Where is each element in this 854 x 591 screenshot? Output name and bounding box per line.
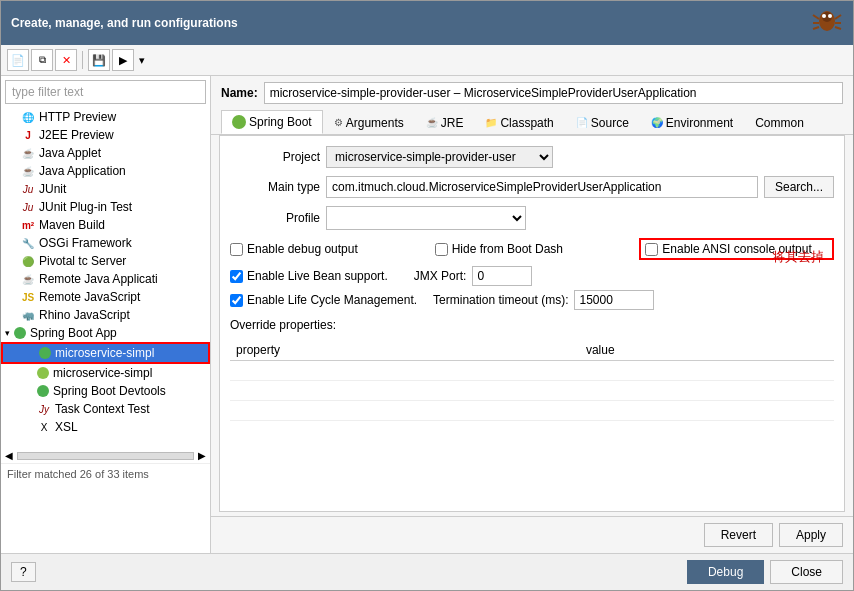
tree-item-j2ee[interactable]: J J2EE Preview xyxy=(1,126,210,144)
tab-source[interactable]: 📄 Source xyxy=(565,110,640,134)
spring-selected-icon xyxy=(39,347,51,359)
termination-input[interactable] xyxy=(574,290,654,310)
tab-arguments-label: Arguments xyxy=(346,116,404,130)
override-props-section: Override properties: property value xyxy=(230,318,834,421)
tree-item-junit-plugin[interactable]: Ju JUnit Plug-in Test xyxy=(1,198,210,216)
value-cell xyxy=(580,401,834,421)
tab-classpath[interactable]: 📁 Classpath xyxy=(474,110,564,134)
tree-item-rhino[interactable]: 🦏 Rhino JavaScript xyxy=(1,306,210,324)
tab-common-label: Common xyxy=(755,116,804,130)
value-cell xyxy=(580,381,834,401)
java-app-icon: ☕ xyxy=(21,164,35,178)
property-col-header: property xyxy=(230,340,580,361)
tree-item-xsl[interactable]: X XSL xyxy=(1,418,210,436)
tree-item-task-context[interactable]: Jy Task Context Test xyxy=(1,400,210,418)
footer-bar: ? Debug Close xyxy=(1,553,853,590)
tab-source-label: Source xyxy=(591,116,629,130)
source-icon: 📄 xyxy=(576,117,588,128)
remote-js-icon: JS xyxy=(21,290,35,304)
tab-environment[interactable]: 🌍 Environment xyxy=(640,110,744,134)
revert-button[interactable]: Revert xyxy=(704,523,773,547)
java-applet-icon: ☕ xyxy=(21,146,35,160)
tab-jre-label: JRE xyxy=(441,116,464,130)
tree-item-junit[interactable]: Ju JUnit xyxy=(1,180,210,198)
jmx-port-field: JMX Port: xyxy=(414,266,533,286)
duplicate-button[interactable]: ⧉ xyxy=(31,49,53,71)
close-button[interactable]: Close xyxy=(770,560,843,584)
override-props-label: Override properties: xyxy=(230,318,336,332)
expand-icon: ▾ xyxy=(5,328,10,338)
checkbox-group-1: Enable debug output Hide from Boot Dash … xyxy=(230,238,834,260)
project-dropdown[interactable]: microservice-simple-provider-user xyxy=(326,146,553,168)
jmx-port-label: JMX Port: xyxy=(414,269,467,283)
svg-line-2 xyxy=(813,15,819,19)
hide-boot-dash-text: Hide from Boot Dash xyxy=(452,242,563,256)
tree-item-pivotal[interactable]: 🟢 Pivotal tc Server xyxy=(1,252,210,270)
help-button[interactable]: ? xyxy=(11,562,36,582)
save-button[interactable]: 💾 xyxy=(88,49,110,71)
tree-item-spring-devtools[interactable]: Spring Boot Devtools xyxy=(1,382,210,400)
tree-item-remote-js[interactable]: JS Remote JavaScript xyxy=(1,288,210,306)
config-body: Project microservice-simple-provider-use… xyxy=(219,135,845,512)
apply-button[interactable]: Apply xyxy=(779,523,843,547)
bug-icon xyxy=(811,7,843,39)
termination-field: Termination timeout (ms): xyxy=(433,290,654,310)
env-icon: 🌍 xyxy=(651,117,663,128)
property-cell xyxy=(230,381,580,401)
filter-count: Filter matched 26 of 33 items xyxy=(1,463,210,484)
classpath-icon: 📁 xyxy=(485,117,497,128)
bottom-bar: Revert Apply xyxy=(211,516,853,553)
name-input[interactable] xyxy=(264,82,843,104)
tab-arguments[interactable]: ⚙ Arguments xyxy=(323,110,415,134)
tab-spring-boot[interactable]: Spring Boot xyxy=(221,110,323,134)
tree-item-java-application[interactable]: ☕ Java Application xyxy=(1,162,210,180)
tab-spring-label: Spring Boot xyxy=(249,115,312,129)
tree-item-microservice-selected[interactable]: microservice-simpl xyxy=(1,342,210,364)
xsl-icon: X xyxy=(37,420,51,434)
tree-item-maven[interactable]: m² Maven Build xyxy=(1,216,210,234)
enable-lifecycle-checkbox[interactable] xyxy=(230,294,243,307)
hide-boot-dash-label: Hide from Boot Dash xyxy=(435,238,630,260)
filter-input[interactable] xyxy=(5,80,206,104)
svg-point-8 xyxy=(822,14,826,18)
tree-item-http-preview[interactable]: 🌐 HTTP Preview xyxy=(1,108,210,126)
forward-button[interactable]: ▶ xyxy=(112,49,134,71)
annotation-text: 将其去掉 xyxy=(772,248,824,266)
osgi-icon: 🔧 xyxy=(21,236,35,250)
junit-plugin-icon: Ju xyxy=(21,200,35,214)
args-icon: ⚙ xyxy=(334,117,343,128)
profile-dropdown[interactable] xyxy=(326,206,526,230)
tab-jre[interactable]: ☕ JRE xyxy=(415,110,475,134)
lifecycle-label: Enable Life Cycle Management. xyxy=(230,293,417,307)
debug-button[interactable]: Debug xyxy=(687,560,764,584)
hide-boot-dash-checkbox[interactable] xyxy=(435,243,448,256)
devtools-icon xyxy=(37,385,49,397)
tree-item-osgi[interactable]: 🔧 OSGi Framework xyxy=(1,234,210,252)
rhino-icon: 🦏 xyxy=(21,308,35,322)
project-label: Project xyxy=(230,150,320,164)
project-row: Project microservice-simple-provider-use… xyxy=(230,146,834,168)
spring-boot-group[interactable]: ▾ Spring Boot App xyxy=(1,324,210,342)
remote-java-icon: ☕ xyxy=(21,272,35,286)
jmx-port-input[interactable] xyxy=(472,266,532,286)
profile-row: Profile xyxy=(230,206,834,230)
enable-ansi-checkbox[interactable] xyxy=(645,243,658,256)
delete-button[interactable]: ✕ xyxy=(55,49,77,71)
enable-debug-label: Enable debug output xyxy=(230,238,425,260)
enable-live-bean-checkbox[interactable] xyxy=(230,270,243,283)
main-content: 🌐 HTTP Preview J J2EE Preview ☕ Java App… xyxy=(1,76,853,553)
project-select: microservice-simple-provider-user xyxy=(326,146,553,168)
tab-classpath-label: Classpath xyxy=(500,116,553,130)
property-cell xyxy=(230,361,580,381)
jre-icon: ☕ xyxy=(426,117,438,128)
tree-item-remote-java[interactable]: ☕ Remote Java Applicati xyxy=(1,270,210,288)
tree-item-microservice-2[interactable]: microservice-simpl xyxy=(1,364,210,382)
search-button[interactable]: Search... xyxy=(764,176,834,198)
svg-line-4 xyxy=(813,27,819,29)
spring-2-icon xyxy=(37,367,49,379)
new-config-button[interactable]: 📄 xyxy=(7,49,29,71)
tree-item-java-applet[interactable]: ☕ Java Applet xyxy=(1,144,210,162)
main-type-input[interactable] xyxy=(326,176,758,198)
tab-common[interactable]: Common xyxy=(744,110,815,134)
enable-debug-checkbox[interactable] xyxy=(230,243,243,256)
